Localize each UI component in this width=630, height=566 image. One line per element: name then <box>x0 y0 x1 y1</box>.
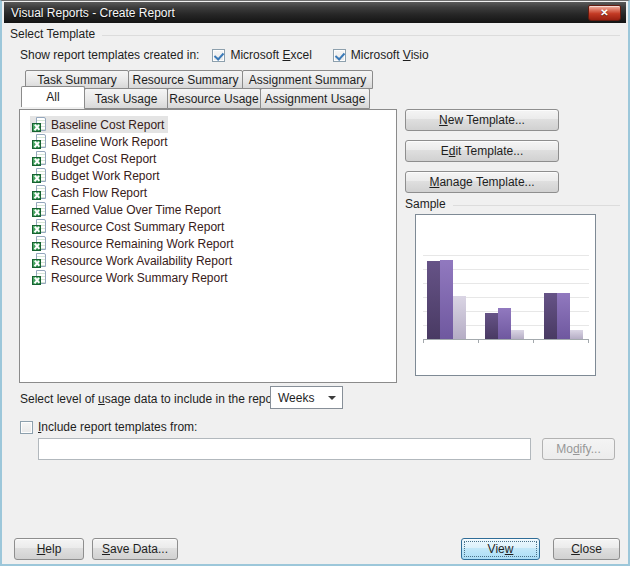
tab-row-front: AllTask UsageResource UsageAssignment Us… <box>22 88 370 109</box>
visual-reports-dialog: Visual Reports - Create Report ✕ Select … <box>0 0 630 566</box>
include-templates-row: Include report templates from: <box>20 420 197 434</box>
show-templates-label: Show report templates created in: <box>20 48 199 62</box>
new-template-button[interactable]: New Template... <box>405 109 559 131</box>
report-template-list[interactable]: Baseline Cost ReportBaseline Work Report… <box>19 109 397 383</box>
usage-level-label: Select level of usage data to include in… <box>20 392 283 406</box>
list-item-label: Resource Remaining Work Report <box>51 237 234 251</box>
tab-all[interactable]: All <box>21 86 85 107</box>
excel-file-icon <box>32 219 47 234</box>
excel-file-icon <box>32 236 47 251</box>
list-item[interactable]: Budget Work Report <box>30 167 164 184</box>
excel-file-icon <box>32 117 47 132</box>
chart-axis-tick <box>423 340 424 343</box>
chart-bar <box>544 293 557 339</box>
chart-axis-tick <box>533 340 534 343</box>
list-item-label: Earned Value Over Time Report <box>51 203 221 217</box>
visio-checkbox-row: Microsoft Visio <box>333 48 429 62</box>
template-path-input[interactable] <box>38 438 531 460</box>
usage-level-dropdown[interactable]: Weeks <box>270 386 343 409</box>
close-dialog-button[interactable]: Close <box>553 538 620 560</box>
modify-button[interactable]: Modify... <box>542 438 615 460</box>
excel-file-icon <box>32 185 47 200</box>
select-template-group-header: Select Template <box>10 27 620 41</box>
microsoft-visio-label: Microsoft Visio <box>351 48 429 62</box>
edit-template-button[interactable]: Edit Template... <box>405 140 559 162</box>
tab-assignment-summary[interactable]: Assignment Summary <box>242 70 373 89</box>
tab-task-usage[interactable]: Task Usage <box>84 88 168 109</box>
microsoft-excel-label: Microsoft Excel <box>230 48 311 62</box>
show-templates-row: Show report templates created in: Micros… <box>20 48 429 62</box>
chart-bar <box>485 313 498 339</box>
include-templates-checkbox[interactable] <box>20 421 33 434</box>
list-item[interactable]: Cash Flow Report <box>30 184 151 201</box>
group-divider-line <box>453 205 620 206</box>
dialog-title: Visual Reports - Create Report <box>11 6 175 20</box>
list-item-label: Budget Work Report <box>51 169 160 183</box>
list-item[interactable]: Resource Work Availability Report <box>30 252 236 269</box>
chart-axis-tick <box>478 340 479 343</box>
excel-file-icon <box>32 253 47 268</box>
excel-file-icon <box>32 168 47 183</box>
microsoft-excel-checkbox[interactable] <box>212 49 225 62</box>
title-bar: Visual Reports - Create Report ✕ <box>4 2 626 23</box>
sample-chart-plot <box>423 254 589 340</box>
list-item[interactable]: Earned Value Over Time Report <box>30 201 225 218</box>
chart-bar <box>557 293 570 339</box>
tab-resource-summary[interactable]: Resource Summary <box>128 70 243 89</box>
list-item-label: Cash Flow Report <box>51 186 147 200</box>
chart-bar <box>498 308 511 339</box>
tab-assignment-usage[interactable]: Assignment Usage <box>260 88 370 109</box>
excel-file-icon <box>32 270 47 285</box>
list-item[interactable]: Baseline Work Report <box>30 133 172 150</box>
chart-axis-tick <box>588 340 589 343</box>
sample-group-header: Sample <box>405 197 620 211</box>
sample-label: Sample <box>405 197 446 211</box>
select-template-label: Select Template <box>10 27 95 41</box>
chevron-down-icon <box>328 396 336 400</box>
save-data-button[interactable]: Save Data... <box>92 538 178 560</box>
list-item[interactable]: Resource Work Summary Report <box>30 269 232 286</box>
excel-file-icon <box>32 202 47 217</box>
help-button[interactable]: Help <box>14 538 84 560</box>
list-item[interactable]: Resource Remaining Work Report <box>30 235 238 252</box>
chart-bar <box>511 330 524 339</box>
view-button[interactable]: View <box>461 538 540 560</box>
group-divider-line <box>102 35 620 36</box>
list-item[interactable]: Budget Cost Report <box>30 150 160 167</box>
microsoft-visio-checkbox[interactable] <box>333 49 346 62</box>
list-item-label: Budget Cost Report <box>51 152 156 166</box>
sample-chart-preview <box>415 214 596 376</box>
list-item-label: Baseline Cost Report <box>51 118 164 132</box>
excel-file-icon <box>32 151 47 166</box>
chart-bar <box>453 296 466 339</box>
include-templates-label: Include report templates from: <box>38 420 197 434</box>
list-item-label: Resource Work Summary Report <box>51 271 228 285</box>
list-item[interactable]: Baseline Cost Report <box>30 116 168 133</box>
close-button[interactable]: ✕ <box>588 5 621 21</box>
list-item-label: Resource Work Availability Report <box>51 254 232 268</box>
usage-level-value: Weeks <box>278 391 314 405</box>
list-item-label: Baseline Work Report <box>51 135 168 149</box>
chart-bar <box>427 261 440 339</box>
chart-bar <box>570 330 583 339</box>
excel-file-icon <box>32 134 47 149</box>
list-item-label: Resource Cost Summary Report <box>51 220 224 234</box>
list-item[interactable]: Resource Cost Summary Report <box>30 218 228 235</box>
manage-template-button[interactable]: Manage Template... <box>405 171 559 193</box>
excel-checkbox-row: Microsoft Excel <box>212 48 311 62</box>
tab-resource-usage[interactable]: Resource Usage <box>167 88 261 109</box>
chart-bar <box>440 260 453 339</box>
close-icon: ✕ <box>600 7 608 18</box>
